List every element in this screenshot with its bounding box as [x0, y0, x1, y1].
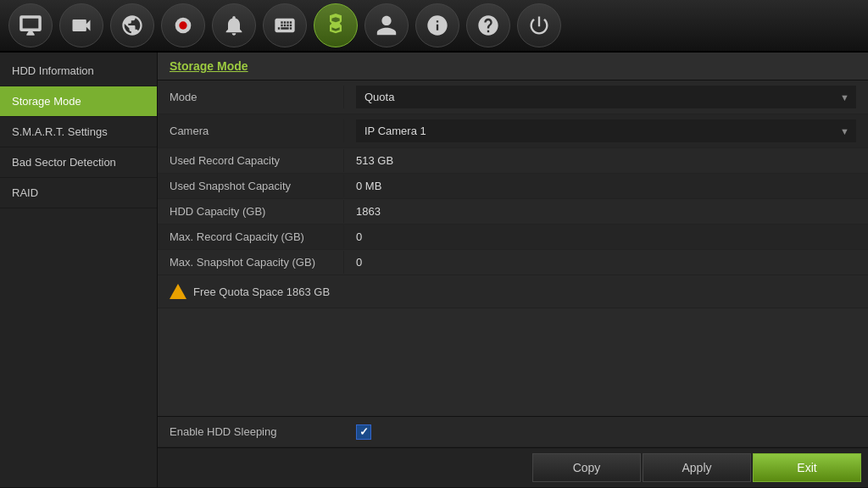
used-snapshot-capacity-label: Used Snapshot Capacity: [158, 175, 344, 197]
sidebar-item-raid[interactable]: RAID: [0, 178, 157, 208]
mode-label: Mode: [158, 86, 344, 108]
max-snapshot-capacity-row: Max. Snapshot Capacity (GB) 0: [158, 250, 868, 275]
mode-select-wrapper: Quota Group Normal ▼: [356, 86, 856, 108]
keyboard-icon[interactable]: [263, 3, 307, 47]
main-container: HDD Information Storage Mode S.M.A.R.T. …: [0, 53, 868, 487]
camera-icon[interactable]: [59, 3, 103, 47]
used-record-capacity-label: Used Record Capacity: [158, 149, 344, 172]
record-icon[interactable]: [161, 3, 205, 47]
power-icon[interactable]: [517, 3, 561, 47]
camera-select[interactable]: IP Camera 1 IP Camera 2: [356, 119, 856, 142]
warning-text: Free Quota Space 1863 GB: [193, 286, 330, 298]
monitor-icon[interactable]: [8, 3, 53, 47]
max-record-capacity-row: Max. Record Capacity (GB) 0: [158, 225, 868, 250]
svg-point-1: [179, 21, 186, 29]
hdd-capacity-label: HDD Capacity (GB): [158, 200, 344, 223]
camera-value: IP Camera 1 IP Camera 2 ▼: [344, 114, 868, 147]
mode-row: Mode Quota Group Normal ▼: [158, 80, 868, 114]
apply-button[interactable]: Apply: [643, 453, 751, 482]
used-snapshot-capacity-row: Used Snapshot Capacity 0 MB: [158, 174, 868, 199]
sidebar: HDD Information Storage Mode S.M.A.R.T. …: [0, 53, 158, 487]
warning-row: Free Quota Space 1863 GB: [158, 275, 868, 308]
page-title: Storage Mode: [158, 53, 868, 80]
warning-icon: [170, 284, 186, 299]
network-icon[interactable]: [110, 3, 154, 47]
bottom-section: Enable HDD Sleeping Copy Apply Exit: [158, 416, 868, 487]
hdd-sleep-row: Enable HDD Sleeping: [158, 417, 868, 447]
max-snapshot-capacity-label: Max. Snapshot Capacity (GB): [158, 251, 344, 274]
camera-row: Camera IP Camera 1 IP Camera 2 ▼: [158, 114, 868, 148]
alarm-icon[interactable]: [212, 3, 256, 47]
copy-button[interactable]: Copy: [532, 453, 641, 482]
camera-label: Camera: [158, 119, 344, 142]
sidebar-item-storage-mode[interactable]: Storage Mode: [0, 86, 157, 117]
max-record-capacity-value: 0: [344, 225, 868, 248]
storage-icon[interactable]: [314, 3, 358, 47]
hdd-capacity-value: 1863: [344, 200, 868, 223]
max-record-capacity-label: Max. Record Capacity (GB): [158, 225, 344, 248]
content-body: Mode Quota Group Normal ▼ Came: [158, 80, 868, 416]
sidebar-item-smart-settings[interactable]: S.M.A.R.T. Settings: [0, 117, 157, 147]
help-icon[interactable]: [466, 3, 510, 47]
exit-button[interactable]: Exit: [753, 453, 861, 482]
hdd-sleep-checkbox[interactable]: [356, 424, 371, 440]
sidebar-item-hdd-information[interactable]: HDD Information: [0, 56, 157, 86]
button-row: Copy Apply Exit: [158, 447, 868, 487]
hdd-capacity-row: HDD Capacity (GB) 1863: [158, 199, 868, 225]
hdd-sleep-value: [356, 424, 371, 440]
top-navigation: [0, 0, 868, 53]
used-record-capacity-value: 513 GB: [344, 149, 868, 172]
sidebar-item-bad-sector-detection[interactable]: Bad Sector Detection: [0, 147, 157, 178]
max-snapshot-capacity-value: 0: [344, 251, 868, 274]
used-record-capacity-row: Used Record Capacity 513 GB: [158, 148, 868, 174]
content-spacer: [158, 308, 868, 416]
mode-value: Quota Group Normal ▼: [344, 80, 868, 114]
hdd-sleep-label: Enable HDD Sleeping: [170, 425, 356, 438]
content-area: Storage Mode Mode Quota Group Normal ▼: [158, 53, 868, 487]
info-icon[interactable]: [415, 3, 459, 47]
user-icon[interactable]: [364, 3, 409, 47]
mode-select[interactable]: Quota Group Normal: [356, 86, 856, 108]
used-snapshot-capacity-value: 0 MB: [344, 175, 868, 197]
camera-select-wrapper: IP Camera 1 IP Camera 2 ▼: [356, 119, 856, 142]
